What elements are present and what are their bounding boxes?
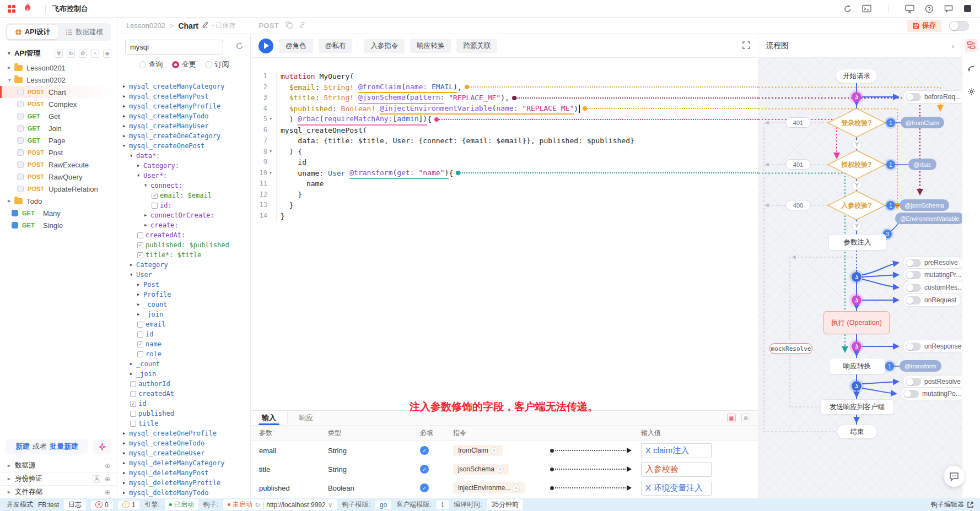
operation-tree-item[interactable]: ✓name <box>117 339 250 349</box>
hook-point-icon[interactable]: ʖ <box>852 272 861 282</box>
publish-toggle[interactable] <box>949 21 969 31</box>
copy-icon[interactable] <box>286 21 293 30</box>
disable-icon[interactable]: ∅ <box>79 50 87 58</box>
value-input[interactable]: 入参校验 <box>641 462 712 477</box>
flow-node-param-inject[interactable]: 参数注入 <box>828 234 886 251</box>
code-line[interactable]: 3 $title: String! @jsonSchema(pattern: "… <box>251 93 758 104</box>
field-checkbox[interactable]: ✓ <box>152 193 158 199</box>
code-line[interactable]: 6mysql_createOnePost( <box>251 125 758 136</box>
remove-directive-icon[interactable]: ✕ <box>513 485 520 492</box>
breadcrumb-api-name[interactable]: Chart <box>178 21 198 30</box>
code-line[interactable]: 11 name <box>251 178 758 189</box>
hook-point-icon[interactable]: ʖ <box>852 381 861 391</box>
operation-tree-item[interactable]: ▶mysql_createOneProfile <box>117 428 250 438</box>
role-directive-button[interactable]: @角色 <box>279 39 313 53</box>
tree-arrow-icon[interactable]: ▶ <box>123 481 129 485</box>
code-line[interactable]: 8▼ ) { <box>251 146 758 157</box>
tree-arrow-icon[interactable]: ▶ <box>130 263 136 267</box>
api-tree-item[interactable]: POSTRawExecute <box>0 159 117 171</box>
operation-tree-item[interactable]: ✓title*: $title <box>117 250 250 260</box>
tab-data-modeling[interactable]: 数据建模 <box>59 25 110 39</box>
tree-arrow-icon[interactable]: ▶ <box>123 441 129 445</box>
directive-fromclaim-pill[interactable]: @fromClaim <box>901 117 944 128</box>
flow-node-end[interactable]: 结束 <box>837 425 877 439</box>
api-tree-item[interactable]: POSTChart <box>0 86 117 98</box>
tree-arrow-icon[interactable]: ▼ <box>144 183 150 188</box>
api-tree-item[interactable]: GETJoin <box>0 122 117 134</box>
api-tree-item[interactable]: POSTPost <box>0 146 117 159</box>
field-checkbox[interactable]: ✓ <box>137 242 143 248</box>
tree-arrow-icon[interactable]: ▶ <box>123 471 129 475</box>
operation-tree-item[interactable]: ▶mysql_deleteManyPost <box>117 468 250 478</box>
breadcrumb-project[interactable]: Lesson0202 <box>126 21 165 30</box>
operation-tree-item[interactable]: ✓published: $published <box>117 240 250 250</box>
log-button[interactable]: 日志 <box>64 499 86 510</box>
error-count[interactable]: ✕0 <box>91 501 113 509</box>
hook-point-icon[interactable]: ʖ <box>852 92 861 102</box>
directive-tag[interactable]: fromClaim✕ <box>453 445 503 456</box>
hook-toggle-onrequest[interactable]: onRequest <box>903 293 961 307</box>
operation-tree-item[interactable]: email <box>117 319 250 329</box>
field-checkbox[interactable] <box>152 203 158 209</box>
tree-arrow-icon[interactable]: ▶ <box>130 362 136 366</box>
hook-point-icon[interactable]: ʖ <box>852 295 861 305</box>
tree-arrow-icon[interactable]: ▶ <box>144 213 150 218</box>
tree-arrow-icon[interactable]: ▶ <box>123 94 129 99</box>
operation-tree-item[interactable]: ✓id <box>117 399 250 409</box>
operation-tree-item[interactable]: ▶mysql_deleteManyProfile <box>117 478 250 488</box>
tree-arrow-icon[interactable]: ▶ <box>137 312 143 317</box>
operation-tree-item[interactable]: ▼User*: <box>117 171 250 181</box>
tree-arrow-icon[interactable]: ▶ <box>123 104 129 108</box>
api-tree-item[interactable]: POSTUpdateRelation <box>0 183 117 195</box>
remove-directive-icon[interactable]: ✕ <box>497 466 504 473</box>
operation-tree-item[interactable]: ▶mysql_createManyTodo <box>117 111 250 121</box>
operation-tree-item[interactable]: ▶_join <box>117 309 250 319</box>
refresh-operations-icon[interactable] <box>235 42 244 52</box>
operation-tree-item[interactable]: ▶mysql_createOneCategory <box>117 131 250 141</box>
api-tree-item[interactable]: GETPage <box>0 134 117 146</box>
code-line[interactable]: 12 } <box>251 189 758 200</box>
search-input[interactable] <box>125 40 223 55</box>
filter-icon[interactable]: ⧩ <box>55 50 63 58</box>
tree-arrow-icon[interactable]: ▶ <box>123 84 129 89</box>
fold-icon[interactable]: ▼ <box>267 114 274 125</box>
field-checkbox[interactable] <box>130 381 136 387</box>
operation-tree-item[interactable]: ▼data*: <box>117 151 250 161</box>
field-checkbox[interactable]: ✓ <box>130 401 136 407</box>
operation-tree-item[interactable]: ▶_count <box>117 300 250 309</box>
flow-node-send-response[interactable]: 发送响应到客户端 <box>820 399 894 415</box>
tree-arrow-icon[interactable]: ▶ <box>123 124 129 128</box>
tree-arrow-icon[interactable]: ▶ <box>137 282 143 287</box>
operation-tree-item[interactable]: ▶mysql_createOneUser <box>117 448 250 458</box>
flow-node-mockresolve[interactable]: mockResolve <box>769 343 812 354</box>
code-line[interactable]: 1mutation MyQuery( <box>251 71 758 82</box>
private-directive-button[interactable]: @私有 <box>319 39 353 53</box>
operation-tree-item[interactable]: id <box>117 329 250 339</box>
tab-api-design[interactable]: API设计 <box>7 25 58 39</box>
operation-tree-item[interactable]: ▶Category <box>117 260 250 270</box>
operation-tree-item[interactable]: ✓email: $email <box>117 191 250 200</box>
hook-toggle-customresolve[interactable]: customRes... <box>903 281 962 294</box>
operation-tree-item[interactable]: ▶mysql_createOneTodo <box>117 438 250 448</box>
value-input[interactable]: X claim注入 <box>641 443 712 458</box>
directive-rbac-pill[interactable]: @rbac <box>908 159 936 170</box>
hook-toggle-beforerequest[interactable]: beforeReq... <box>903 90 962 104</box>
help-icon[interactable] <box>924 4 934 13</box>
api-tree-item[interactable]: ▼Lesson0202 <box>0 74 117 86</box>
operation-tree-item[interactable]: ▶mysql_createManyUser <box>117 121 250 131</box>
radio-mutation[interactable]: 变更 <box>172 59 196 69</box>
collapse-panel-chevron-icon[interactable]: › <box>952 42 954 50</box>
flow-node-operation[interactable]: 执行 (Operation) <box>823 311 890 334</box>
person-icon[interactable] <box>93 475 100 483</box>
operation-tree-item[interactable]: id: <box>117 200 250 210</box>
tab-input[interactable]: 输入 <box>251 411 288 425</box>
code-line[interactable]: 14} <box>251 211 758 222</box>
run-button[interactable] <box>259 39 273 53</box>
input-directive-button[interactable]: 入参指令 <box>364 39 405 53</box>
operation-tree-item[interactable]: ▶mysql_createManyPost <box>117 91 250 101</box>
tab-response[interactable]: 响应 <box>288 411 324 425</box>
section-datasource[interactable]: ▼数据源 ⊕ <box>0 459 117 472</box>
code-line[interactable]: 7 data: {title: $title, User: {connect: … <box>251 135 758 146</box>
operation-tree-item[interactable]: authorId <box>117 379 250 389</box>
tree-arrow-icon[interactable]: ▶ <box>137 164 143 168</box>
